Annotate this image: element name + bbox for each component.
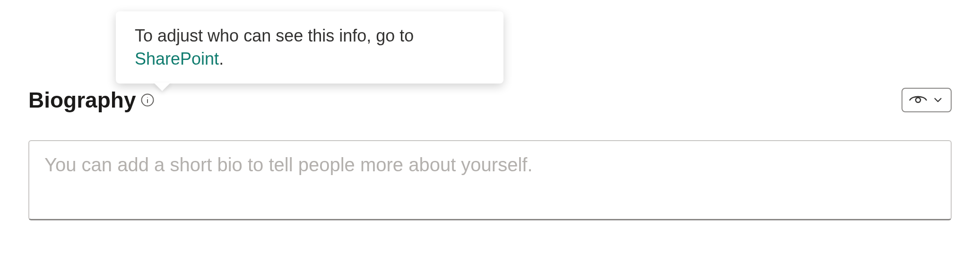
- biography-label: Biography: [28, 87, 136, 113]
- biography-label-group: Biography: [28, 87, 155, 113]
- visibility-toggle[interactable]: [902, 88, 952, 112]
- svg-point-2: [147, 97, 148, 98]
- tooltip-text-after: .: [219, 49, 224, 68]
- svg-point-3: [916, 98, 920, 102]
- tooltip-text-before: To adjust who can see this info, go to: [135, 26, 414, 45]
- info-tooltip: To adjust who can see this info, go to S…: [116, 11, 503, 84]
- info-icon[interactable]: [140, 93, 155, 107]
- eye-icon: [909, 93, 927, 107]
- chevron-down-icon: [932, 94, 944, 106]
- tooltip-link[interactable]: SharePoint: [135, 49, 219, 68]
- biography-input[interactable]: [28, 140, 952, 220]
